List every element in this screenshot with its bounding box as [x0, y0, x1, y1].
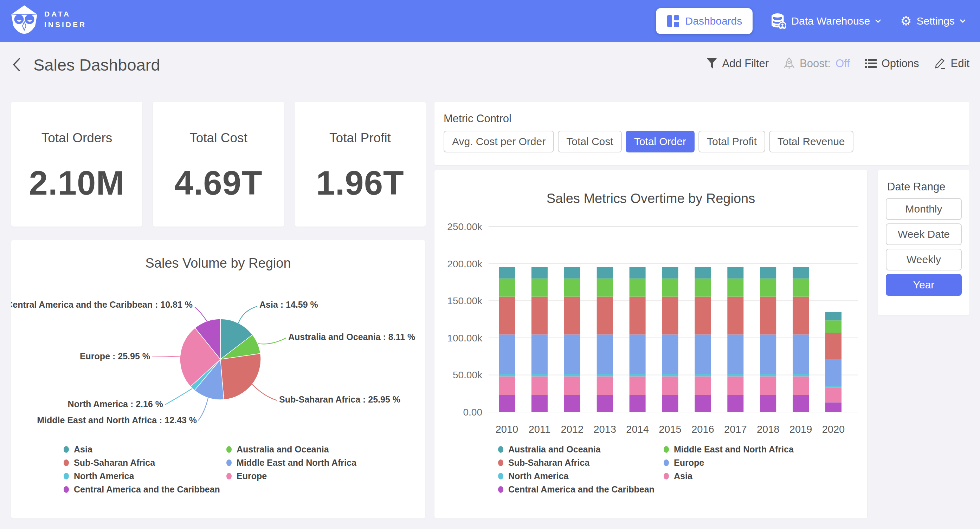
metric-button-total-order[interactable]: Total Order — [626, 131, 695, 153]
bar-segment-central-america-and-the-caribbean-2010[interactable] — [499, 395, 515, 412]
bar-segment-europe-2016[interactable] — [695, 334, 711, 374]
bar-segment-europe-2019[interactable] — [793, 334, 809, 374]
bar-segment-asia-2018[interactable] — [760, 376, 776, 395]
bar-segment-central-america-and-the-caribbean-2020[interactable] — [825, 402, 842, 412]
bar-segment-europe-2020[interactable] — [825, 359, 842, 386]
bar-segment-north-america-2011[interactable] — [531, 374, 548, 376]
bar-segment-asia-2010[interactable] — [499, 376, 515, 395]
bar-segment-middle-east-and-north-africa-2013[interactable] — [597, 278, 613, 297]
bar-segment-asia-2015[interactable] — [662, 376, 678, 395]
bar-segment-north-america-2015[interactable] — [662, 374, 678, 376]
bar-segment-north-america-2017[interactable] — [727, 374, 743, 376]
legend-item-sub-saharan-africa[interactable]: Sub-Saharan Africa — [498, 456, 663, 469]
options-button[interactable]: Options — [865, 57, 919, 70]
bar-segment-europe-2017[interactable] — [727, 334, 743, 374]
bar-segment-north-america-2010[interactable] — [499, 374, 515, 376]
legend-item-europe[interactable]: Europe — [663, 456, 794, 469]
bar-segment-europe-2011[interactable] — [531, 334, 548, 374]
bar-segment-middle-east-and-north-africa-2015[interactable] — [662, 278, 678, 297]
bar-segment-central-america-and-the-caribbean-2017[interactable] — [727, 395, 743, 412]
bar-segment-middle-east-and-north-africa-2012[interactable] — [564, 278, 580, 297]
bar-segment-europe-2010[interactable] — [499, 334, 515, 374]
bar-segment-central-america-and-the-caribbean-2012[interactable] — [564, 395, 580, 412]
bar-segment-sub-saharan-africa-2014[interactable] — [630, 297, 646, 335]
bar-segment-middle-east-and-north-africa-2020[interactable] — [825, 320, 842, 333]
date-range-button-year[interactable]: Year — [886, 274, 962, 296]
bar-segment-europe-2018[interactable] — [760, 334, 776, 374]
bar-segment-middle-east-and-north-africa-2010[interactable] — [499, 278, 515, 297]
bar-segment-australia-and-oceania-2017[interactable] — [727, 267, 743, 278]
bar-segment-asia-2013[interactable] — [597, 376, 613, 395]
metric-button-total-profit[interactable]: Total Profit — [698, 131, 765, 153]
bar-segment-australia-and-oceania-2018[interactable] — [760, 267, 776, 278]
bar-segment-north-america-2016[interactable] — [695, 374, 711, 376]
bar-segment-sub-saharan-africa-2018[interactable] — [760, 297, 776, 335]
date-range-button-monthly[interactable]: Monthly — [886, 198, 962, 220]
bar-segment-central-america-and-the-caribbean-2013[interactable] — [597, 395, 613, 412]
legend-item-asia[interactable]: Asia — [64, 443, 226, 456]
legend-item-middle-east-and-north-africa[interactable]: Middle East and North Africa — [226, 456, 356, 469]
bar-segment-australia-and-oceania-2010[interactable] — [499, 267, 515, 278]
bar-segment-australia-and-oceania-2016[interactable] — [695, 267, 711, 278]
bar-segment-asia-2019[interactable] — [793, 376, 809, 395]
bar-segment-australia-and-oceania-2012[interactable] — [564, 267, 580, 278]
bar-segment-sub-saharan-africa-2019[interactable] — [793, 297, 809, 335]
nav-dashboards-button[interactable]: Dashboards — [656, 8, 753, 34]
bar-segment-sub-saharan-africa-2011[interactable] — [531, 297, 548, 335]
bar-segment-north-america-2013[interactable] — [597, 374, 613, 376]
bar-segment-asia-2011[interactable] — [531, 376, 548, 395]
boost-toggle[interactable]: Boost: Off — [784, 57, 850, 70]
metric-button-avg-cost-per-order[interactable]: Avg. Cost per Order — [444, 131, 554, 153]
bar-segment-central-america-and-the-caribbean-2018[interactable] — [760, 395, 776, 412]
legend-item-central-america-and-the-caribbean[interactable]: Central America and the Caribbean — [498, 483, 663, 496]
add-filter-button[interactable]: Add Filter — [706, 57, 769, 70]
date-range-button-weekly[interactable]: Weekly — [886, 249, 962, 270]
bar-segment-australia-and-oceania-2014[interactable] — [630, 267, 646, 278]
bar-segment-middle-east-and-north-africa-2019[interactable] — [793, 278, 809, 297]
legend-item-north-america[interactable]: North America — [498, 469, 663, 483]
legend-item-europe[interactable]: Europe — [226, 469, 356, 483]
bar-segment-europe-2013[interactable] — [597, 334, 613, 374]
bar-segment-asia-2017[interactable] — [727, 376, 743, 395]
bar-segment-sub-saharan-africa-2012[interactable] — [564, 297, 580, 335]
bar-segment-middle-east-and-north-africa-2017[interactable] — [727, 278, 743, 297]
bar-segment-central-america-and-the-caribbean-2019[interactable] — [793, 395, 809, 412]
bar-segment-australia-and-oceania-2011[interactable] — [531, 267, 548, 278]
bar-segment-australia-and-oceania-2015[interactable] — [662, 267, 678, 278]
bar-segment-sub-saharan-africa-2020[interactable] — [825, 333, 842, 359]
legend-item-middle-east-and-north-africa[interactable]: Middle East and North Africa — [663, 443, 794, 456]
bar-segment-australia-and-oceania-2013[interactable] — [597, 267, 613, 278]
legend-item-sub-saharan-africa[interactable]: Sub-Saharan Africa — [64, 456, 226, 469]
bar-segment-australia-and-oceania-2020[interactable] — [825, 312, 842, 320]
legend-item-central-america-and-the-caribbean[interactable]: Central America and the Caribbean — [64, 483, 226, 496]
bar-segment-sub-saharan-africa-2016[interactable] — [695, 297, 711, 335]
bar-segment-sub-saharan-africa-2017[interactable] — [727, 297, 743, 335]
metric-button-total-revenue[interactable]: Total Revenue — [769, 131, 853, 153]
bar-segment-north-america-2014[interactable] — [630, 374, 646, 376]
nav-data-warehouse-button[interactable]: Data Warehouse — [772, 13, 881, 29]
date-range-button-week-date[interactable]: Week Date — [886, 223, 962, 245]
bar-segment-north-america-2018[interactable] — [760, 374, 776, 376]
bar-segment-europe-2012[interactable] — [564, 334, 580, 374]
bar-segment-asia-2012[interactable] — [564, 376, 580, 395]
nav-settings-button[interactable]: ⚙ Settings — [900, 15, 966, 27]
bar-segment-middle-east-and-north-africa-2016[interactable] — [695, 278, 711, 297]
bar-segment-europe-2015[interactable] — [662, 334, 678, 374]
pie-slice-sub-saharan-africa[interactable] — [220, 353, 261, 399]
legend-item-australia-and-oceania[interactable]: Australia and Oceania — [498, 443, 663, 456]
bar-segment-asia-2020[interactable] — [825, 388, 842, 402]
bar-segment-australia-and-oceania-2019[interactable] — [793, 267, 809, 278]
legend-item-north-america[interactable]: North America — [64, 469, 226, 483]
edit-button[interactable]: Edit — [934, 57, 969, 70]
bar-segment-europe-2014[interactable] — [630, 334, 646, 374]
bar-segment-sub-saharan-africa-2013[interactable] — [597, 297, 613, 335]
legend-item-australia-and-oceania[interactable]: Australia and Oceania — [226, 443, 356, 456]
bar-segment-north-america-2020[interactable] — [825, 386, 842, 388]
bar-segment-asia-2016[interactable] — [695, 376, 711, 395]
bar-segment-central-america-and-the-caribbean-2014[interactable] — [630, 395, 646, 412]
legend-item-asia[interactable]: Asia — [663, 469, 794, 483]
bar-segment-central-america-and-the-caribbean-2016[interactable] — [695, 395, 711, 412]
bar-segment-sub-saharan-africa-2015[interactable] — [662, 297, 678, 335]
bar-segment-middle-east-and-north-africa-2011[interactable] — [531, 278, 548, 297]
bar-segment-central-america-and-the-caribbean-2015[interactable] — [662, 395, 678, 412]
